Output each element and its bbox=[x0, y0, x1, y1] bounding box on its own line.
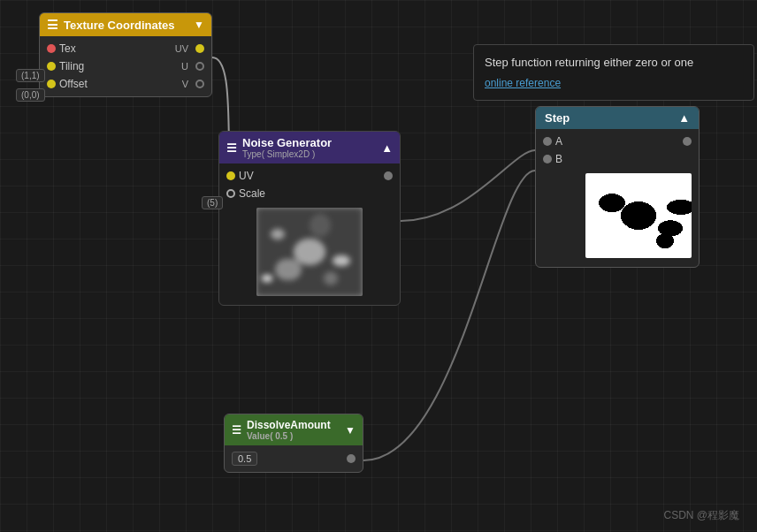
dissolve-subtitle: Value( 0.5 ) bbox=[247, 431, 331, 441]
offset-row-label: Offset bbox=[59, 78, 179, 90]
dissolve-titles: DissolveAmount Value( 0.5 ) bbox=[247, 419, 331, 441]
badge-11: (1,1) bbox=[16, 69, 45, 82]
noise-header[interactable]: ☰ Noise Generator Type( Simplex2D ) ▲ bbox=[219, 132, 400, 163]
tooltip-text: Step function returning either zero or o… bbox=[485, 56, 693, 69]
tiling-row-type: U bbox=[181, 61, 188, 72]
tex-coords-header[interactable]: ☰ Texture Coordinates ▼ bbox=[40, 13, 211, 36]
offset-row-type: V bbox=[182, 79, 188, 89]
step-header[interactable]: Step ▲ bbox=[536, 107, 699, 129]
tex-row-label: Tex bbox=[59, 42, 172, 55]
dissolve-menu-icon: ☰ bbox=[232, 424, 241, 437]
step-expand-icon[interactable]: ▲ bbox=[678, 111, 690, 125]
step-body: A B bbox=[536, 129, 699, 267]
tex-row-type: UV bbox=[175, 43, 188, 54]
tex-coords-title: Texture Coordinates bbox=[64, 19, 174, 32]
dissolve-header[interactable]: ☰ DissolveAmount Value( 0.5 ) ▼ bbox=[225, 414, 363, 445]
noise-preview bbox=[256, 208, 363, 296]
texture-coordinates-node: ☰ Texture Coordinates ▼ Tex UV Tiling U … bbox=[39, 12, 212, 97]
tooltip-box: Step function returning either zero or o… bbox=[473, 44, 754, 101]
noise-uv-dot-right bbox=[384, 171, 393, 180]
tex-dot-left bbox=[47, 44, 56, 53]
tiling-dot-right bbox=[195, 62, 204, 71]
tiling-row-label: Tiling bbox=[59, 60, 178, 72]
tex-coords-expand-icon[interactable]: ▼ bbox=[194, 19, 204, 31]
offset-dot-left bbox=[47, 80, 56, 88]
noise-scale-label: Scale bbox=[239, 187, 393, 200]
noise-titles: Noise Generator Type( Simplex2D ) bbox=[242, 136, 332, 159]
step-texture bbox=[585, 173, 692, 258]
tiling-dot-left bbox=[47, 62, 56, 71]
dissolve-body: 0.5 bbox=[225, 445, 363, 472]
dissolve-dot-right bbox=[347, 454, 356, 463]
dissolve-expand-icon[interactable]: ▼ bbox=[345, 424, 356, 437]
step-title: Step bbox=[545, 111, 570, 125]
watermark: CSDN @程影魔 bbox=[663, 508, 739, 523]
noise-uv-dot-left bbox=[226, 171, 235, 180]
tex-coords-row-offset: Offset V bbox=[40, 75, 211, 93]
noise-generator-node: ☰ Noise Generator Type( Simplex2D ) ▲ UV… bbox=[218, 131, 401, 306]
step-b-dot-left bbox=[543, 155, 552, 163]
step-a-row: A bbox=[536, 133, 699, 150]
step-a-dot-right bbox=[683, 137, 692, 146]
dissolve-amount-node: ☰ DissolveAmount Value( 0.5 ) ▼ 0.5 bbox=[224, 414, 363, 473]
tooltip-link[interactable]: online reference bbox=[485, 75, 743, 91]
step-preview bbox=[585, 173, 692, 258]
badge-00: (0,0) bbox=[16, 88, 45, 102]
noise-menu-icon: ☰ bbox=[226, 141, 237, 155]
dissolve-value-row: 0.5 bbox=[225, 449, 363, 468]
tex-coords-row-tiling: Tiling U bbox=[40, 57, 211, 75]
tex-coords-body: Tex UV Tiling U Offset V bbox=[40, 36, 211, 96]
noise-texture bbox=[256, 208, 363, 296]
dissolve-title: DissolveAmount bbox=[247, 419, 331, 431]
step-b-label: B bbox=[555, 153, 692, 165]
noise-scale-dot-left bbox=[226, 189, 235, 198]
offset-dot-right bbox=[195, 80, 204, 88]
step-node: Step ▲ A B bbox=[535, 106, 700, 268]
step-a-dot-left bbox=[543, 137, 552, 146]
noise-subtitle: Type( Simplex2D ) bbox=[242, 149, 332, 159]
dissolve-value[interactable]: 0.5 bbox=[232, 452, 257, 466]
badge-scale: (5) bbox=[202, 196, 223, 209]
step-b-row: B bbox=[536, 150, 699, 168]
tex-dot-right bbox=[195, 44, 204, 53]
noise-title: Noise Generator bbox=[242, 136, 332, 149]
noise-uv-row: UV bbox=[219, 167, 400, 185]
tex-coords-row-tex: Tex UV bbox=[40, 40, 211, 57]
step-a-label: A bbox=[555, 135, 676, 148]
noise-expand-icon[interactable]: ▲ bbox=[381, 141, 393, 155]
noise-uv-label: UV bbox=[239, 170, 377, 182]
noise-body: UV Scale bbox=[219, 163, 400, 305]
noise-scale-row: Scale bbox=[219, 185, 400, 202]
menu-icon: ☰ bbox=[47, 18, 58, 32]
